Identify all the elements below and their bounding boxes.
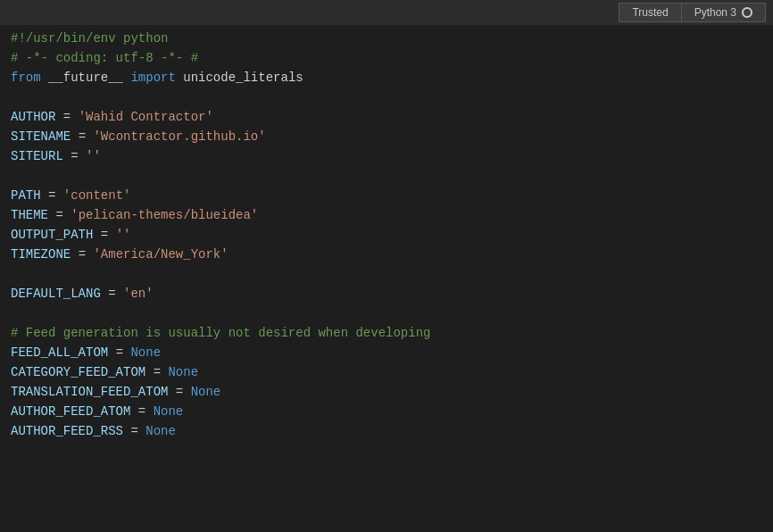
code-line: AUTHOR = 'Wahid Contractor' bbox=[0, 107, 773, 127]
code-text: PATH = 'content' bbox=[11, 186, 130, 205]
code-line: PATH = 'content' bbox=[0, 186, 773, 205]
code-text: from __future__ import unicode_literals bbox=[11, 68, 303, 87]
blank-line bbox=[0, 166, 773, 186]
python-badge[interactable]: Python 3 bbox=[682, 3, 766, 22]
code-text: THEME = 'pelican-themes/blueidea' bbox=[11, 205, 258, 225]
code-line: FEED_ALL_ATOM = None bbox=[0, 343, 773, 362]
code-line: OUTPUT_PATH = '' bbox=[0, 225, 773, 245]
code-line: SITENAME = 'Wcontractor.github.io' bbox=[0, 127, 773, 146]
code-line: # -*- coding: utf-8 -*- # bbox=[0, 48, 773, 68]
code-text: SITENAME = 'Wcontractor.github.io' bbox=[11, 127, 266, 146]
code-text: AUTHOR_FEED_ATOM = None bbox=[11, 402, 183, 421]
code-text: TRANSLATION_FEED_ATOM = None bbox=[11, 382, 220, 402]
code-text: TIMEZONE = 'America/New_York' bbox=[11, 245, 229, 264]
python-circle-icon bbox=[742, 7, 752, 18]
code-text: DEFAULT_LANG = 'en' bbox=[11, 284, 154, 303]
code-line: from __future__ import unicode_literals bbox=[0, 68, 773, 87]
code-text: SITEURL = '' bbox=[11, 146, 101, 166]
code-area: #!/usr/bin/env python # -*- coding: utf-… bbox=[0, 25, 773, 532]
code-line: THEME = 'pelican-themes/blueidea' bbox=[0, 205, 773, 225]
code-text: OUTPUT_PATH = '' bbox=[11, 225, 130, 245]
code-text: FEED_ALL_ATOM = None bbox=[11, 343, 161, 362]
code-line: SITEURL = '' bbox=[0, 146, 773, 166]
top-bar: Trusted Python 3 bbox=[0, 0, 773, 25]
trusted-label: Trusted bbox=[632, 6, 668, 19]
code-text: CATEGORY_FEED_ATOM = None bbox=[11, 362, 198, 382]
code-text: #!/usr/bin/env python bbox=[11, 29, 168, 48]
code-text: AUTHOR = 'Wahid Contractor' bbox=[11, 107, 213, 127]
code-text: # Feed generation is usually not desired… bbox=[11, 323, 430, 343]
code-line: #!/usr/bin/env python bbox=[0, 29, 773, 48]
code-line: AUTHOR_FEED_RSS = None bbox=[0, 421, 773, 441]
code-line: AUTHOR_FEED_ATOM = None bbox=[0, 402, 773, 421]
blank-line bbox=[0, 87, 773, 107]
blank-line bbox=[0, 264, 773, 284]
code-line: DEFAULT_LANG = 'en' bbox=[0, 284, 773, 303]
code-line: # Feed generation is usually not desired… bbox=[0, 323, 773, 343]
code-text: AUTHOR_FEED_RSS = None bbox=[11, 421, 176, 441]
code-line: CATEGORY_FEED_ATOM = None bbox=[0, 362, 773, 382]
python-label: Python 3 bbox=[694, 6, 736, 19]
blank-line bbox=[0, 303, 773, 323]
trusted-badge[interactable]: Trusted bbox=[619, 3, 681, 22]
code-line: TIMEZONE = 'America/New_York' bbox=[0, 245, 773, 264]
code-text: # -*- coding: utf-8 -*- # bbox=[11, 48, 198, 68]
code-line: TRANSLATION_FEED_ATOM = None bbox=[0, 382, 773, 402]
